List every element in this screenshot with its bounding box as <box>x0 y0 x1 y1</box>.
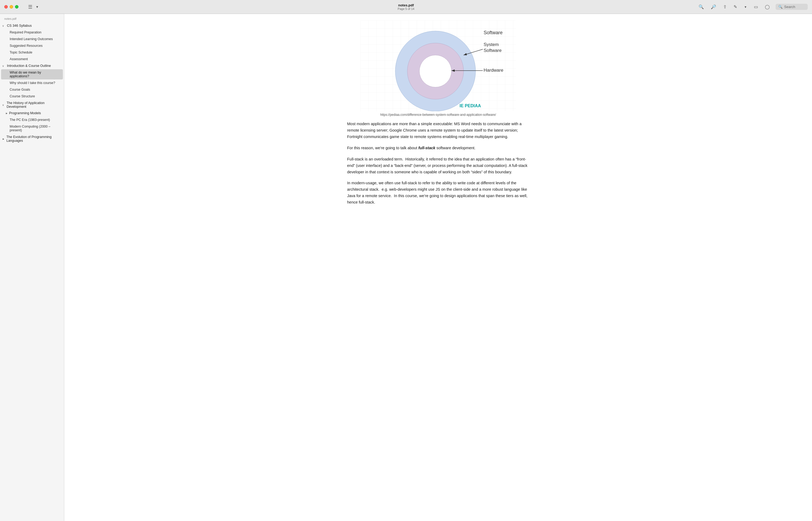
chevron-down-icon: ∨ <box>2 65 6 67</box>
page-content: Software System Software Hardware <box>336 14 540 227</box>
svg-text:IE PEDIAA: IE PEDIAA <box>460 104 481 108</box>
titlebar-left-controls: ☰ ▼ <box>27 3 39 11</box>
chevron-down-icon: ∨ <box>2 24 6 27</box>
chevron-right-icon: ► <box>2 137 5 140</box>
bold-italic-text: full-stack <box>418 146 435 150</box>
sidebar-section-label: The Evolution of Programming Languages <box>6 135 60 142</box>
paragraph-3: Full-stack is an overloaded term. Histor… <box>347 156 529 176</box>
sidebar-section-history[interactable]: ∨ The History of Application Development <box>0 100 64 110</box>
svg-text:Hardware: Hardware <box>484 68 503 73</box>
zoom-out-icon[interactable]: 🔎 <box>710 3 717 10</box>
titlebar-tools: 🔍 🔎 ⇧ ✎ ▼ ▭ ◯ 🔍 Search <box>698 3 808 10</box>
sidebar-item-suggested-resources[interactable]: Suggested Resources <box>1 43 63 49</box>
sidebar-file-label: notes.pdf <box>0 16 64 22</box>
svg-text:Software: Software <box>484 30 503 35</box>
search-box[interactable]: 🔍 Search <box>775 4 808 10</box>
traffic-lights <box>4 5 19 8</box>
sidebar-item-learning-outcomes[interactable]: Intended Learning Outcomes <box>1 36 63 42</box>
sidebar-item-pc-era[interactable]: The PC Era (1983-present) <box>1 117 63 123</box>
sidebar-item-modern-computing[interactable]: Modern Computing (2000 – present) <box>1 123 63 133</box>
sidebar-item-required-prep[interactable]: Required Preparation <box>1 29 63 36</box>
sidebar-section-label: CS 346 Syllabus <box>7 24 31 27</box>
document-title: notes.pdf <box>398 3 414 7</box>
sidebar-section-cs346[interactable]: ∨ CS 346 Syllabus <box>0 22 64 29</box>
add-page-icon[interactable]: ▭ <box>753 3 759 10</box>
account-icon[interactable]: ◯ <box>764 3 771 10</box>
svg-text:Software: Software <box>484 48 502 53</box>
sidebar-item-what-do-we-mean[interactable]: What do we mean by applications? <box>1 69 63 80</box>
sidebar-item-assessment[interactable]: Assessment <box>1 56 63 62</box>
search-label: Search <box>784 5 795 9</box>
sidebar-section-label: The History of Application Development <box>7 101 60 109</box>
svg-point-4 <box>419 55 452 87</box>
content-area: Software System Software Hardware <box>64 14 812 521</box>
page-indicator: Page 5 of 14 <box>398 7 414 10</box>
annotate-icon[interactable]: ✎ <box>732 3 738 10</box>
sidebar-item-course-structure[interactable]: Course Structure <box>1 93 63 99</box>
titlebar: ☰ ▼ notes.pdf Page 5 of 14 🔍 🔎 ⇧ ✎ ▼ ▭ ◯… <box>0 0 812 14</box>
sidebar-section-intro[interactable]: ∨ Introduction & Course Outline <box>0 63 64 69</box>
sidebar-item-programming-models[interactable]: ► Programming Models <box>0 110 64 116</box>
sidebar-section-label: Introduction & Course Outline <box>7 64 51 68</box>
sidebar-item-label: Programming Models <box>9 111 41 115</box>
concentric-circles-diagram: Software System Software Hardware <box>360 20 516 111</box>
sidebar-item-topic-schedule[interactable]: Topic Schedule <box>1 49 63 55</box>
sidebar-toggle-button[interactable]: ☰ <box>27 3 34 11</box>
sidebar-section-evolution[interactable]: ► The Evolution of Programming Languages <box>0 134 64 144</box>
zoom-in-icon[interactable]: 🔍 <box>698 3 705 10</box>
titlebar-center: notes.pdf Page 5 of 14 <box>398 3 414 10</box>
share-icon[interactable]: ⇧ <box>722 3 728 10</box>
paragraph-2: For this reason, we’re going to talk abo… <box>347 145 529 151</box>
main-layout: notes.pdf ∨ CS 346 Syllabus Required Pre… <box>0 14 812 521</box>
minimize-button[interactable] <box>9 5 13 8</box>
sidebar: notes.pdf ∨ CS 346 Syllabus Required Pre… <box>0 14 64 521</box>
sidebar-item-why-should[interactable]: Why should I take this course? <box>1 80 63 86</box>
chevron-down-icon[interactable]: ▼ <box>36 5 39 9</box>
paragraph-1: Most modern applications are more than a… <box>347 121 529 140</box>
chevron-right-icon: ► <box>5 112 8 115</box>
chevron-down-icon[interactable]: ▼ <box>743 4 748 9</box>
chevron-down-icon: ∨ <box>2 104 6 107</box>
svg-text:System: System <box>484 42 499 47</box>
diagram-container: Software System Software Hardware <box>347 20 529 117</box>
search-icon: 🔍 <box>778 5 783 9</box>
sidebar-item-course-goals[interactable]: Course Goals <box>1 86 63 93</box>
maximize-button[interactable] <box>15 5 19 8</box>
close-button[interactable] <box>4 5 8 8</box>
paragraph-4: In modern-usage, we often use full-stack… <box>347 180 529 206</box>
diagram-caption: https://pediaa.com/difference-between-sy… <box>380 113 496 117</box>
